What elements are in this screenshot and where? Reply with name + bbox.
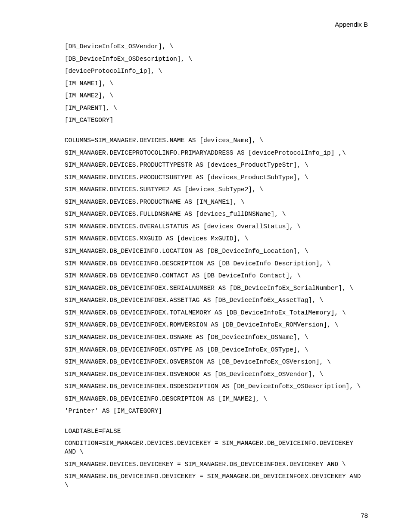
code-line: SIM_MANAGER.DEVICEPROTOCOLINFO.PRIMARYAD… [65,149,368,158]
code-line: SIM_MANAGER.DEVICES.SUBTYPE2 AS [devices… [65,186,368,194]
code-line: [IM_CATEGORY] [65,116,368,125]
code-line: SIM_MANAGER.DB_DEVICEINFOEX.OSTYPE AS [D… [65,346,368,355]
code-block: [DB_DeviceInfoEx_OSVendor], \[DB_DeviceI… [65,43,368,489]
code-line: SIM_MANAGER.DEVICES.DEVICEKEY = SIM_MANA… [65,460,368,469]
code-line: SIM_MANAGER.DB_DEVICEINFOEX.ROMVERSION A… [65,321,368,330]
page-number: 78 [361,512,368,519]
code-line: [DB_DeviceInfoEx_OSVendor], \ [65,43,368,51]
code-line: 'Printer' AS [IM_CATEGORY] [65,407,368,416]
code-line: SIM_MANAGER.DB_DEVICEINFOEX.ASSETTAG AS … [65,296,368,305]
code-line: SIM_MANAGER.DEVICES.OVERALLSTATUS AS [de… [65,223,368,231]
document-page: Appendix B [DB_DeviceInfoEx_OSVendor], \… [0,0,411,532]
code-line: SIM_MANAGER.DB_DEVICEINFOEX.SERIALNUMBER… [65,284,368,293]
code-line: SIM_MANAGER.DB_DEVICEINFOEX.OSVERSION AS… [65,358,368,367]
code-line: SIM_MANAGER.DB_DEVICEINFO.DESCRIPTION AS… [65,395,368,404]
code-line: SIM_MANAGER.DB_DEVICEINFOEX.OSDESCRIPTIO… [65,383,368,391]
code-line: SIM_MANAGER.DB_DEVICEINFO.LOCATION AS [D… [65,247,368,256]
code-line: [IM_NAME1], \ [65,80,368,88]
code-line: SIM_MANAGER.DB_DEVICEINFO.DESCRIPTION AS… [65,260,368,268]
code-line: SIM_MANAGER.DB_DEVICEINFOEX.OSNAME AS [D… [65,333,368,342]
code-line: [IM_NAME2], \ [65,92,368,100]
code-line: SIM_MANAGER.DB_DEVICEINFO.DEVICEKEY = SI… [65,473,368,489]
code-line: COLUMNS=SIM_MANAGER.DEVICES.NAME AS [dev… [65,137,368,145]
code-line: [deviceProtocolInfo_ip], \ [65,67,368,76]
code-line: SIM_MANAGER.DEVICES.MXGUID AS [devices_M… [65,235,368,243]
code-line: SIM_MANAGER.DEVICES.FULLDNSNAME AS [devi… [65,210,368,219]
page-header: Appendix B [65,21,368,28]
code-line: [DB_DeviceInfoEx_OSDescription], \ [65,55,368,64]
blank-line [65,420,368,427]
code-line: SIM_MANAGER.DB_DEVICEINFO.CONTACT AS [DB… [65,272,368,280]
code-line: LOADTABLE=FALSE [65,427,368,436]
code-line: SIM_MANAGER.DEVICES.PRODUCTTYPESTR AS [d… [65,161,368,170]
code-line: SIM_MANAGER.DB_DEVICEINFOEX.TOTALMEMORY … [65,309,368,317]
blank-line [65,129,368,137]
code-line: SIM_MANAGER.DEVICES.PRODUCTNAME AS [IM_N… [65,198,368,207]
code-line: [IM_PARENT], \ [65,104,368,113]
code-line: SIM_MANAGER.DEVICES.PRODUCTSUBTYPE AS [d… [65,174,368,182]
code-line: SIM_MANAGER.DB_DEVICEINFOEX.OSVENDOR AS … [65,370,368,379]
code-line: CONDITION=SIM_MANAGER.DEVICES.DEVICEKEY … [65,439,368,456]
